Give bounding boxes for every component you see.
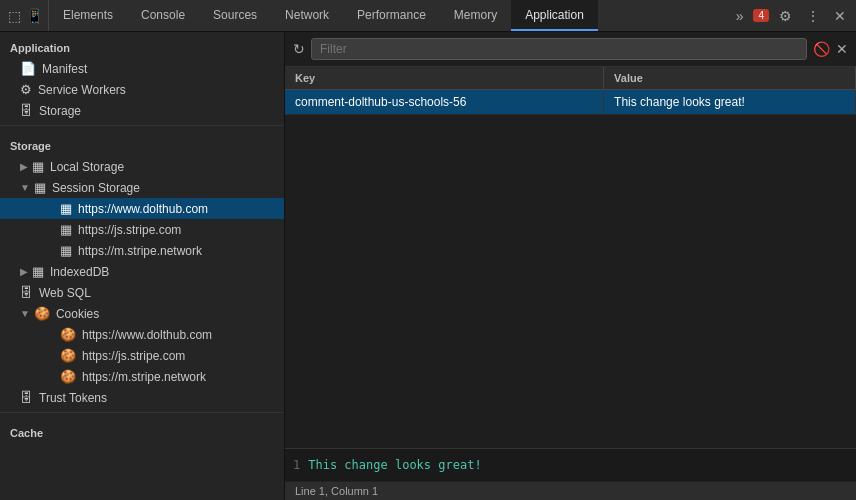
- tab-list: Elements Console Sources Network Perform…: [49, 0, 726, 31]
- preview-content: 1 This change looks great!: [285, 449, 856, 481]
- divider: [0, 125, 284, 126]
- cell-value: This change looks great!: [604, 90, 856, 115]
- web-sql-icon: 🗄: [20, 285, 33, 300]
- cell-key: comment-dolthub-us-schools-56: [285, 90, 604, 115]
- tab-console[interactable]: Console: [127, 0, 199, 31]
- manifest-icon: 📄: [20, 61, 36, 76]
- tab-bar: ⬚ 📱 Elements Console Sources Network Per…: [0, 0, 856, 32]
- indexeddb-icon: ▦: [32, 264, 44, 279]
- more-tabs-icon[interactable]: »: [732, 6, 748, 26]
- close-filter-icon[interactable]: ✕: [836, 41, 848, 57]
- inspect-icon[interactable]: ⬚: [6, 8, 22, 24]
- local-storage-icon: ▦: [32, 159, 44, 174]
- right-panel: ↻ 🚫 ✕ Key Value comment-dolthub-us-schoo…: [285, 32, 856, 500]
- sidebar-item-session-storage-label: Session Storage: [52, 181, 140, 195]
- tab-performance[interactable]: Performance: [343, 0, 440, 31]
- service-workers-icon: ⚙: [20, 82, 32, 97]
- sidebar-item-manifest[interactable]: 📄 Manifest: [0, 58, 284, 79]
- local-storage-arrow: ▶: [20, 161, 28, 172]
- sidebar-item-cookies-label: Cookies: [56, 307, 99, 321]
- sidebar-item-local-storage[interactable]: ▶ ▦ Local Storage: [0, 156, 284, 177]
- storage-table-container: Key Value comment-dolthub-us-schools-56T…: [285, 67, 856, 448]
- cookies-stripe-m-icon: 🍪: [60, 369, 76, 384]
- column-key: Key: [285, 67, 604, 90]
- cache-divider: [0, 412, 284, 413]
- tab-application[interactable]: Application: [511, 0, 598, 31]
- sidebar-item-session-storage[interactable]: ▼ ▦ Session Storage: [0, 177, 284, 198]
- tab-bar-actions: » 4 ⚙ ⋮ ✕: [726, 6, 856, 26]
- sidebar-item-ss-stripe-m[interactable]: ▦ https://m.stripe.network: [0, 240, 284, 261]
- cookies-dolthub-icon: 🍪: [60, 327, 76, 342]
- filter-input[interactable]: [311, 38, 807, 60]
- sidebar-item-storage-top[interactable]: 🗄 Storage: [0, 100, 284, 121]
- tab-sources[interactable]: Sources: [199, 0, 271, 31]
- settings-icon[interactable]: ⚙: [775, 6, 796, 26]
- sidebar-item-storage-label: Storage: [39, 104, 81, 118]
- trust-tokens-icon: 🗄: [20, 390, 33, 405]
- preview-text: This change looks great!: [308, 458, 481, 472]
- sidebar-item-service-workers[interactable]: ⚙ Service Workers: [0, 79, 284, 100]
- error-badge[interactable]: 4: [753, 9, 769, 22]
- indexeddb-arrow: ▶: [20, 266, 28, 277]
- session-storage-icon: ▦: [34, 180, 46, 195]
- storage-table: Key Value comment-dolthub-us-schools-56T…: [285, 67, 856, 115]
- cookies-icon: 🍪: [34, 306, 50, 321]
- sidebar-item-ss-stripe-js[interactable]: ▦ https://js.stripe.com: [0, 219, 284, 240]
- more-options-icon[interactable]: ⋮: [802, 6, 824, 26]
- tab-memory[interactable]: Memory: [440, 0, 511, 31]
- cookies-stripe-js-icon: 🍪: [60, 348, 76, 363]
- sidebar-item-cookies-dolthub-label: https://www.dolthub.com: [82, 328, 212, 342]
- column-value: Value: [604, 67, 856, 90]
- ss-stripe-m-icon: ▦: [60, 243, 72, 258]
- sidebar-item-ss-dolthub-label: https://www.dolthub.com: [78, 202, 208, 216]
- sidebar-item-ss-dolthub[interactable]: ▦ https://www.dolthub.com: [0, 198, 284, 219]
- sidebar-item-cookies-stripe-m[interactable]: 🍪 https://m.stripe.network: [0, 366, 284, 387]
- sidebar-item-web-sql-label: Web SQL: [39, 286, 91, 300]
- tab-network[interactable]: Network: [271, 0, 343, 31]
- sidebar-item-ss-stripe-m-label: https://m.stripe.network: [78, 244, 202, 258]
- device-icon[interactable]: 📱: [26, 8, 42, 24]
- sidebar-item-web-sql[interactable]: 🗄 Web SQL: [0, 282, 284, 303]
- preview-line-number: 1: [293, 458, 300, 472]
- refresh-button[interactable]: ↻: [293, 41, 305, 57]
- sidebar-item-cookies[interactable]: ▼ 🍪 Cookies: [0, 303, 284, 324]
- sidebar-item-trust-tokens-label: Trust Tokens: [39, 391, 107, 405]
- sidebar-item-indexeddb[interactable]: ▶ ▦ IndexedDB: [0, 261, 284, 282]
- sidebar: Application 📄 Manifest ⚙ Service Workers…: [0, 32, 285, 500]
- sidebar-item-manifest-label: Manifest: [42, 62, 87, 76]
- filter-bar: ↻ 🚫 ✕: [285, 32, 856, 67]
- main-content: Application 📄 Manifest ⚙ Service Workers…: [0, 32, 856, 500]
- sidebar-item-cookies-dolthub[interactable]: 🍪 https://www.dolthub.com: [0, 324, 284, 345]
- ss-dolthub-icon: ▦: [60, 201, 72, 216]
- session-storage-arrow: ▼: [20, 182, 30, 193]
- sidebar-item-service-workers-label: Service Workers: [38, 83, 126, 97]
- cookies-arrow: ▼: [20, 308, 30, 319]
- cache-section-header: Cache: [0, 417, 284, 443]
- table-row[interactable]: comment-dolthub-us-schools-56This change…: [285, 90, 856, 115]
- status-bar: Line 1, Column 1: [285, 481, 856, 500]
- tab-elements[interactable]: Elements: [49, 0, 127, 31]
- sidebar-item-ss-stripe-js-label: https://js.stripe.com: [78, 223, 181, 237]
- sidebar-item-cookies-stripe-m-label: https://m.stripe.network: [82, 370, 206, 384]
- sidebar-item-indexeddb-label: IndexedDB: [50, 265, 109, 279]
- bottom-preview: 1 This change looks great! Line 1, Colum…: [285, 448, 856, 500]
- clear-filter-icon[interactable]: 🚫: [813, 41, 830, 57]
- sidebar-item-local-storage-label: Local Storage: [50, 160, 124, 174]
- sidebar-item-cookies-stripe-js[interactable]: 🍪 https://js.stripe.com: [0, 345, 284, 366]
- app-section-header: Application: [0, 32, 284, 58]
- close-icon[interactable]: ✕: [830, 6, 850, 26]
- sidebar-item-trust-tokens[interactable]: 🗄 Trust Tokens: [0, 387, 284, 408]
- sidebar-item-cookies-stripe-js-label: https://js.stripe.com: [82, 349, 185, 363]
- ss-stripe-js-icon: ▦: [60, 222, 72, 237]
- storage-section-header: Storage: [0, 130, 284, 156]
- table-header-row: Key Value: [285, 67, 856, 90]
- storage-top-icon: 🗄: [20, 103, 33, 118]
- devtools-icons: ⬚ 📱: [0, 0, 49, 31]
